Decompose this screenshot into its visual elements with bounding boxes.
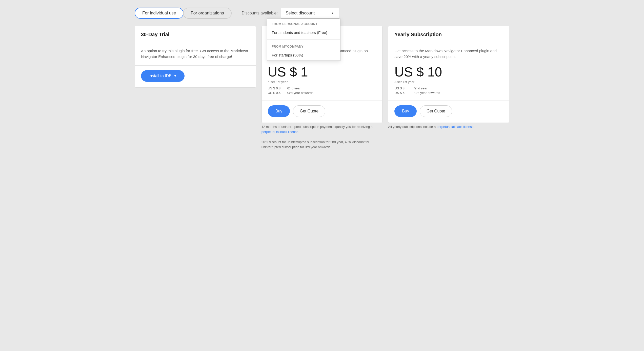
yearly-price-row-3: US $ 6 /3rd year onwards <box>394 91 503 95</box>
card-yearly-header: Yearly Subscription <box>388 26 509 42</box>
yearly-price-sub: /user 1st year <box>394 80 503 84</box>
page-wrapper: For individual use For organizations Dis… <box>135 8 509 150</box>
monthly-price-3rd-amount: US $ 0.6 <box>268 91 283 95</box>
header-row: For individual use For organizations Dis… <box>135 8 509 19</box>
card-yearly-footer: Buy Get Quote <box>388 101 509 123</box>
dropdown-item-students[interactable]: For students and teachers (Free) <box>267 27 340 38</box>
monthly-price-2nd-period: /2nd year <box>287 86 301 90</box>
yearly-price-main: US $ 10 <box>394 65 503 79</box>
card-monthly-footer: Buy Get Quote <box>262 101 383 123</box>
below-card-empty <box>135 124 256 150</box>
yearly-footnote: All yearly subscriptions include a perpe… <box>388 124 509 150</box>
dropdown-section-mycompany: FROM MYCOMPANY <box>267 41 340 50</box>
install-to-ide-button[interactable]: Install to IDE ▼ <box>141 70 185 82</box>
yearly-fallback-link[interactable]: perpetual fallback license <box>437 125 474 129</box>
dropdown-section-personal: FROM PERSONAL ACCOUNT <box>267 19 340 27</box>
card-yearly: Yearly Subscription Get access to the Ma… <box>388 26 509 123</box>
chevron-up-icon: ▲ <box>331 11 334 15</box>
card-trial-body: An option to try this plugin for free. G… <box>135 42 256 65</box>
card-trial-description: An option to try this plugin for free. G… <box>141 48 250 60</box>
dropdown-arrow-icon: ▼ <box>174 74 177 78</box>
tab-individual[interactable]: For individual use <box>135 8 184 19</box>
monthly-quote-label: Get Quote <box>300 109 318 113</box>
monthly-buy-label: Buy <box>275 109 283 113</box>
yearly-buy-label: Buy <box>402 109 409 113</box>
monthly-price-sub: /user 1st year <box>268 80 376 84</box>
discount-select-button[interactable]: Select discount ▲ <box>281 8 339 18</box>
yearly-price-3rd-amount: US $ 6 <box>394 91 410 95</box>
monthly-quote-button[interactable]: Get Quote <box>293 105 325 117</box>
yearly-price-2nd-amount: US $ 8 <box>394 86 410 90</box>
discount-area: Discounts available: Select discount ▲ F… <box>242 8 339 18</box>
tab-group: For individual use For organizations <box>135 8 232 19</box>
monthly-price-row-3: US $ 0.6 /3rd year onwards <box>268 91 376 95</box>
yearly-quote-label: Get Quote <box>427 109 445 113</box>
install-label: Install to IDE <box>149 74 172 78</box>
card-trial-title: 30-Day Trial <box>141 32 169 37</box>
yearly-price-row-2: US $ 8 /2nd year <box>394 86 503 90</box>
monthly-footnote: 12 months of uninterrupted subscription … <box>261 124 383 150</box>
card-yearly-title: Yearly Subscription <box>394 32 442 37</box>
monthly-price-2nd-amount: US $ 0.8 <box>268 86 283 90</box>
discount-dropdown: FROM PERSONAL ACCOUNT For students and t… <box>267 18 340 61</box>
tab-organizations[interactable]: For organizations <box>183 8 231 19</box>
monthly-fallback-link[interactable]: perpetual fallback license <box>261 130 298 134</box>
card-monthly-pricing: US $ 1 /user 1st year US $ 0.8 /2nd year… <box>262 65 383 101</box>
monthly-price-3rd-period: /3rd year onwards <box>287 91 313 95</box>
yearly-buy-button[interactable]: Buy <box>394 105 417 117</box>
card-yearly-body: Get access to the Markdown Navigator Enh… <box>388 42 509 65</box>
discount-select-text: Select discount <box>286 11 315 16</box>
card-trial-header: 30-Day Trial <box>135 26 256 42</box>
dropdown-item-startups[interactable]: For startups (50%) <box>267 50 340 61</box>
below-cards: 12 months of uninterrupted subscription … <box>135 124 509 150</box>
yearly-price-3rd-period: /3rd year onwards <box>414 91 440 95</box>
card-yearly-description: Get access to the Markdown Navigator Enh… <box>394 48 503 60</box>
card-yearly-pricing: US $ 10 /user 1st year US $ 8 /2nd year … <box>388 65 509 101</box>
yearly-price-2nd-period: /2nd year <box>414 86 427 90</box>
monthly-price-main: US $ 1 <box>268 65 376 79</box>
monthly-buy-button[interactable]: Buy <box>268 105 290 117</box>
card-trial: 30-Day Trial An option to try this plugi… <box>135 26 256 88</box>
card-trial-footer: Install to IDE ▼ <box>135 65 256 87</box>
monthly-price-row-2: US $ 0.8 /2nd year <box>268 86 376 90</box>
discount-label: Discounts available: <box>242 11 278 15</box>
yearly-quote-button[interactable]: Get Quote <box>420 105 452 117</box>
